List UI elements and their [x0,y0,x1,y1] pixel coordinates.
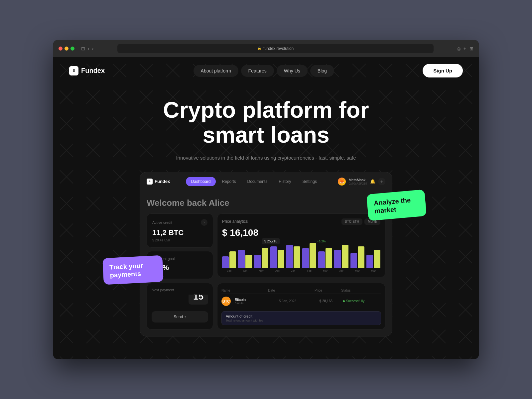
bar-group-2 [254,248,268,268]
dash-nav-settings[interactable]: Settings [297,177,322,186]
chart-price: $ 16,108 [222,227,380,238]
chart-label-2: Nov [254,269,268,272]
dash-nav-history[interactable]: History [273,177,296,186]
browser-chrome: ⊡ ‹ › 🔒 fundex.revolution ⎙ + ⊞ [53,40,479,57]
nav-about[interactable]: About platform [194,65,238,77]
chart-label-3: Dec [270,269,284,272]
notification-icon[interactable]: 🔔 [370,179,375,184]
next-payment-card: Next payment Days left 15 Send ↑ [147,283,213,330]
dash-logo: S Fundex [147,179,170,185]
dash-nav-documents[interactable]: Documents [242,177,273,186]
dash-nav: Dashboard Reports Documents History Sett… [186,177,322,186]
lock-icon: 🔒 [257,47,261,50]
dash-stats: Active credit › 11,2 BTC $ 28.417,50 Pay… [147,213,385,279]
browser-nav-icons: ⊡ ‹ › [81,46,93,51]
btc-eth-filter[interactable]: BTC-ETH [341,218,362,225]
maximize-button[interactable] [70,47,74,51]
dash-bottom: Next payment Days left 15 Send ↑ [147,283,385,330]
tx-status: Successfully [343,299,381,303]
hero-title: Crypto platform for smart loans [60,97,472,147]
user-address: 0x70cA2F2B7 [348,182,367,185]
nav-why-us[interactable]: Why Us [277,65,308,77]
bar-group-8 [350,246,364,268]
welcome-text: Welcome back Alice [147,198,385,208]
chart-label-6: Mar [318,269,332,272]
bar-group-1 [238,250,252,268]
tx-col-status: Status [341,289,381,292]
status-dot [343,300,345,302]
new-tab-icon[interactable]: + [464,46,466,51]
address-bar[interactable]: 🔒 fundex.revolution [117,44,433,53]
chart-label-8: Mar [350,269,364,272]
chart-labels: Sep Oct Nov Dec Jan Feb Mar Apr Mar [222,269,380,272]
tx-col-date: Date [268,289,308,292]
back-icon[interactable]: ‹ [88,46,89,51]
nav-blog[interactable]: Blog [310,65,334,77]
logo[interactable]: S Fundex [69,66,105,75]
dashboard-wrapper: Track your payments Analyze the market S… [140,172,392,336]
chart-bars [222,241,380,268]
bar-group-7 [334,245,348,268]
hero-section: Crypto platform for smart loans Innovati… [53,84,479,172]
close-button[interactable] [59,47,63,51]
signup-button[interactable]: Sign Up [423,64,463,77]
dash-user: 🦊 MetaMask 0x70cA2F2B7 🔔 + [338,178,385,186]
bar-group-4 [286,245,300,268]
logo-text: Fundex [81,67,105,74]
bar-group-3 [270,246,284,268]
chart-label-9: Mar [366,269,380,272]
dash-header: S Fundex Dashboard Reports Documents His… [140,172,392,191]
traffic-lights [59,47,74,51]
analyze-market-badge: Analyze the market [366,189,427,221]
active-credit-value: 11,2 BTC [152,228,207,237]
send-button[interactable]: Send ↑ [152,311,208,323]
transactions-panel: Name Date Price Status BTC Bitcoin 5 uni… [217,283,385,330]
dash-body: Welcome back Alice Active credit › 11, [140,191,392,336]
dash-nav-reports[interactable]: Reports [216,177,241,186]
chart-area: Price analytics BTC-ETH Month $ 16,108 [217,213,385,277]
btc-icon: BTC [221,297,231,306]
extensions-icon[interactable]: ⊞ [469,46,473,51]
share-icon[interactable]: ⎙ [458,46,460,51]
chart-title: Price analytics [222,219,248,224]
forward-icon[interactable]: › [92,46,94,51]
tx-price: $ 28,165 [320,299,339,303]
bar-group-0 [222,251,236,268]
navbar: S Fundex About platform Features Why Us … [53,57,479,84]
active-credit-label: Active credit › [152,219,207,226]
chart-label-1: Oct [238,269,252,272]
url-text: fundex.revolution [263,46,294,51]
dash-nav-dashboard[interactable]: Dashboard [186,177,216,186]
tx-col-price: Price [315,289,334,292]
dash-logo-icon: S [147,179,153,185]
user-name: MetaMask [348,178,367,182]
amount-credit-tooltip: Amount of credit Total refund amount wit… [221,311,381,325]
bar-group-9 [366,250,380,268]
chart-label-7: Apr [334,269,348,272]
tx-sub: 5 units [235,302,273,305]
chart-tooltip: $ 25,216 [262,238,280,244]
nav-features[interactable]: Features [241,65,274,77]
tx-date: 15 Jan, 2023 [277,299,315,303]
sidebar-toggle-icon[interactable]: ⊡ [81,46,85,51]
browser-action-icons: ⎙ + ⊞ [458,46,473,51]
dashboard-card: S Fundex Dashboard Reports Documents His… [140,172,392,336]
site-content: S Fundex About platform Features Why Us … [53,57,479,359]
next-payment-label: Next payment [152,288,208,292]
active-credit-arrow[interactable]: › [201,219,207,226]
chart-header: Price analytics BTC-ETH Month [222,218,380,225]
days-left-badge: Days left 15 [189,295,208,305]
amount-credit-sub: Total refund amount with fee [226,319,377,322]
hero-subtitle: Innovative solutions in the field of loa… [60,154,472,162]
user-avatar: 🦊 [338,178,346,186]
amount-credit-label: Amount of credit [226,314,377,318]
logo-icon: S [69,66,78,75]
dash-logo-text: Fundex [155,179,170,184]
add-icon[interactable]: + [378,178,385,185]
minimize-button[interactable] [65,47,68,51]
chart-label-5: Feb [302,269,316,272]
tx-name: Bitcoin [235,298,273,302]
chart-label-4: Jan [286,269,300,272]
track-payments-badge: Track your payments [102,255,164,285]
table-row: BTC Bitcoin 5 units 15 Jan, 2023 $ 28,16… [221,294,381,309]
